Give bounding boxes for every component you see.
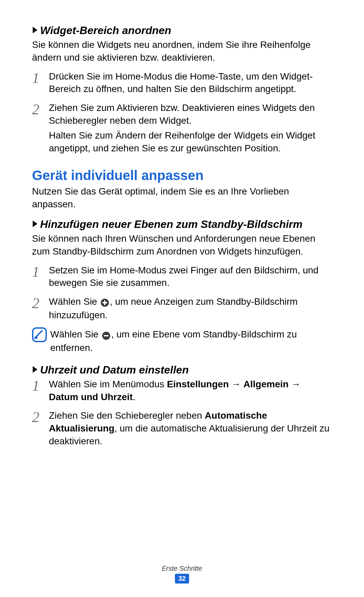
plus-circle-icon xyxy=(100,296,109,309)
heading-text: Uhrzeit und Datum einstellen xyxy=(40,364,189,376)
intro-add-layers: Sie können nach Ihren Wünschen und Anfor… xyxy=(32,232,332,258)
step-text: Ziehen Sie den Schieberegler neben Autom… xyxy=(49,409,332,447)
minus-circle-icon xyxy=(102,329,111,341)
step-text: Wählen Sie , um neue Anzeigen zum Standb… xyxy=(49,295,332,321)
page-number-wrap: 32 xyxy=(0,574,364,584)
step-number: 1 xyxy=(32,264,49,290)
svg-rect-5 xyxy=(33,328,46,341)
intro-widget-area: Sie können die Widgets neu anordnen, ind… xyxy=(32,38,332,64)
text-part: → xyxy=(289,379,301,389)
step-number: 2 xyxy=(32,101,49,154)
heading-time-date: Uhrzeit und Datum einstellen xyxy=(32,363,332,377)
text-part: Wählen Sie xyxy=(50,329,101,339)
bold-part: Einstellungen xyxy=(167,379,229,389)
heading-customize-device: Gerät individuell anpassen xyxy=(32,168,332,183)
heading-text: Widget-Bereich anordnen xyxy=(40,24,171,36)
step-2: 2 Wählen Sie , um neue Anzeigen zum Stan… xyxy=(32,295,332,321)
step-number: 2 xyxy=(32,409,49,447)
step-text: Wählen Sie im Menümodus Einstellungen → … xyxy=(49,378,332,404)
step-2: 2 Ziehen Sie zum Aktivieren bzw. Deaktiv… xyxy=(32,101,332,154)
heading-text: Hinzufügen neuer Ebenen zum Standby-Bild… xyxy=(40,218,303,230)
step-text-line: Halten Sie zum Ändern der Reihenfolge de… xyxy=(49,129,332,155)
svg-marker-0 xyxy=(33,27,37,33)
step-1: 1 Drücken Sie im Home-Modus die Home-Tas… xyxy=(32,70,332,96)
text-part: Wählen Sie im Menümodus xyxy=(49,379,167,389)
note-icon xyxy=(32,327,49,344)
step-text: Drücken Sie im Home-Modus die Home-Taste… xyxy=(49,70,332,96)
text-part: → xyxy=(229,379,244,389)
step-1: 1 Setzen Sie im Home-Modus zwei Finger a… xyxy=(32,264,332,290)
text-part: Ziehen Sie den Schieberegler neben xyxy=(49,410,205,421)
text-part: . xyxy=(133,392,135,402)
chevron-right-icon xyxy=(32,24,38,37)
step-1: 1 Wählen Sie im Menümodus Einstellungen … xyxy=(32,378,332,404)
page: Widget-Bereich anordnen Sie können die W… xyxy=(0,0,364,597)
step-number: 2 xyxy=(32,295,49,321)
note: Wählen Sie , um eine Ebene vom Standby-B… xyxy=(32,327,332,354)
svg-rect-7 xyxy=(104,335,109,336)
intro-customize: Nutzen Sie das Gerät optimal, indem Sie … xyxy=(32,185,332,211)
step-text: Ziehen Sie zum Aktivieren bzw. Deaktivie… xyxy=(49,101,332,154)
bold-part: Allgemein xyxy=(243,379,289,389)
page-number: 32 xyxy=(175,574,189,584)
step-number: 1 xyxy=(32,70,49,96)
text-part: Wählen Sie xyxy=(49,296,100,307)
bold-part: Datum und Uhrzeit xyxy=(49,392,133,402)
footer-text: Erste Schritte xyxy=(0,565,364,572)
chevron-right-icon xyxy=(32,363,38,377)
step-text: Setzen Sie im Home-Modus zwei Finger auf… xyxy=(49,264,332,290)
svg-rect-4 xyxy=(102,302,107,303)
heading-widget-area: Widget-Bereich anordnen xyxy=(32,24,332,37)
chevron-right-icon xyxy=(32,217,38,231)
step-number: 1 xyxy=(32,378,49,404)
heading-add-layers: Hinzufügen neuer Ebenen zum Standby-Bild… xyxy=(32,217,332,231)
svg-marker-1 xyxy=(33,220,37,227)
svg-marker-8 xyxy=(33,366,37,373)
note-text: Wählen Sie , um eine Ebene vom Standby-B… xyxy=(49,327,332,354)
step-2: 2 Ziehen Sie den Schieberegler neben Aut… xyxy=(32,409,332,447)
page-footer: Erste Schritte 32 xyxy=(0,565,364,584)
step-text-line: Ziehen Sie zum Aktivieren bzw. Deaktivie… xyxy=(49,101,332,127)
